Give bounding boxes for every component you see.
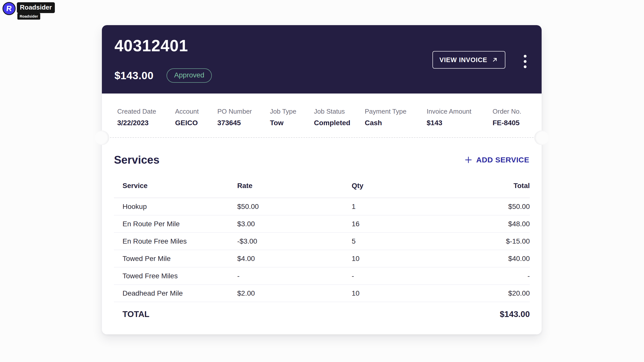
col-header-total: Total [440,182,530,190]
cell-qty: 5 [352,237,440,245]
cell-rate: $2.00 [237,289,352,297]
cell-total: $40.00 [440,255,530,263]
meta-label: Job Type [270,108,314,115]
meta-label: Payment Type [365,108,427,115]
more-options-button[interactable] [523,54,528,69]
external-link-icon [491,56,498,63]
meta-account: Account GEICO [175,108,217,127]
cell-qty: 10 [352,255,440,263]
services-title: Services [114,153,159,166]
meta-label: Order No. [493,108,521,115]
meta-job-status: Job Status Completed [314,108,365,127]
meta-po-number: PO Number 373645 [217,108,270,127]
cell-rate: - [237,272,352,280]
meta-value: FE-8405 [493,119,521,127]
cell-service: En Route Per Mile [114,220,237,228]
cell-service: Hookup [114,203,237,211]
col-header-qty: Qty [352,182,440,190]
order-card: 40312401 $143.00 Approved VIEW INVOICE C… [102,25,542,334]
cell-service: En Route Free Miles [114,237,237,245]
cell-total: $-15.00 [440,237,530,245]
cell-service: Towed Per Mile [114,255,237,263]
col-header-rate: Rate [237,182,352,190]
meta-invoice-amount: Invoice Amount $143 [427,108,493,127]
add-service-button[interactable]: ADD SERVICE [464,154,530,166]
kebab-dot [524,60,527,63]
view-invoice-label: VIEW INVOICE [439,56,487,64]
ticket-dashed-divider [110,137,534,138]
cell-qty: - [352,272,440,280]
cell-total: - [440,272,530,280]
cell-total: $50.00 [440,203,530,211]
meta-value: Completed [314,119,365,127]
plus-icon [464,156,473,164]
table-row: Deadhead Per Mile $2.00 10 $20.00 [114,285,530,302]
meta-label: Account [175,108,217,115]
meta-label: PO Number [217,108,270,115]
cell-rate: $50.00 [237,203,352,211]
services-section: Services ADD SERVICE Service Rate Qty To… [102,138,542,326]
meta-value: $143 [427,119,493,127]
meta-value: Tow [270,119,314,127]
meta-value: GEICO [175,119,217,127]
cell-service: Deadhead Per Mile [114,289,237,297]
meta-label: Created Date [117,108,175,115]
meta-payment-type: Payment Type Cash [365,108,427,127]
meta-value: Cash [365,119,427,127]
meta-value: 373645 [217,119,270,127]
cell-total: $20.00 [440,289,530,297]
order-amount: $143.00 [114,70,153,82]
status-badge: Approved [167,68,212,83]
order-card-header: 40312401 $143.00 Approved VIEW INVOICE [102,25,542,94]
meta-job-type: Job Type Tow [270,108,314,127]
total-value: $143.00 [440,309,530,319]
meta-label: Invoice Amount [427,108,493,115]
total-label: TOTAL [114,309,237,319]
tooltip-subtitle: Roadsider [17,13,40,20]
services-table-header: Service Rate Qty Total [114,174,530,198]
roadsider-logo-icon[interactable]: R [3,2,16,15]
kebab-dot [524,55,527,58]
table-row: Hookup $50.00 1 $50.00 [114,198,530,215]
cell-rate: -$3.00 [237,237,352,245]
ticket-notch-left [95,130,109,145]
cell-service: Towed Free Miles [114,272,237,280]
meta-label: Job Status [314,108,365,115]
meta-value: 3/22/2023 [117,119,175,127]
cell-qty: 16 [352,220,440,228]
tooltip-title: Roadsider [17,2,55,13]
add-service-label: ADD SERVICE [476,156,529,164]
table-total-row: TOTAL $143.00 [114,302,530,326]
meta-order-no: Order No. FE-8405 [493,108,521,127]
logo-letter: R [6,5,12,12]
table-row: Towed Per Mile $4.00 10 $40.00 [114,250,530,267]
ticket-notch-right [534,130,549,145]
col-header-service: Service [114,182,237,190]
meta-created-date: Created Date 3/22/2023 [117,108,175,127]
cell-qty: 10 [352,289,440,297]
cell-rate: $3.00 [237,220,352,228]
table-row: En Route Per Mile $3.00 16 $48.00 [114,215,530,233]
cell-qty: 1 [352,203,440,211]
kebab-dot [524,65,527,68]
view-invoice-button[interactable]: VIEW INVOICE [432,51,505,69]
table-row: Towed Free Miles - - - [114,267,530,285]
services-table: Service Rate Qty Total Hookup $50.00 1 $… [114,174,530,326]
cell-rate: $4.00 [237,255,352,263]
cell-total: $48.00 [440,220,530,228]
table-row: En Route Free Miles -$3.00 5 $-15.00 [114,233,530,250]
order-meta-section: Created Date 3/22/2023 Account GEICO PO … [102,94,542,138]
